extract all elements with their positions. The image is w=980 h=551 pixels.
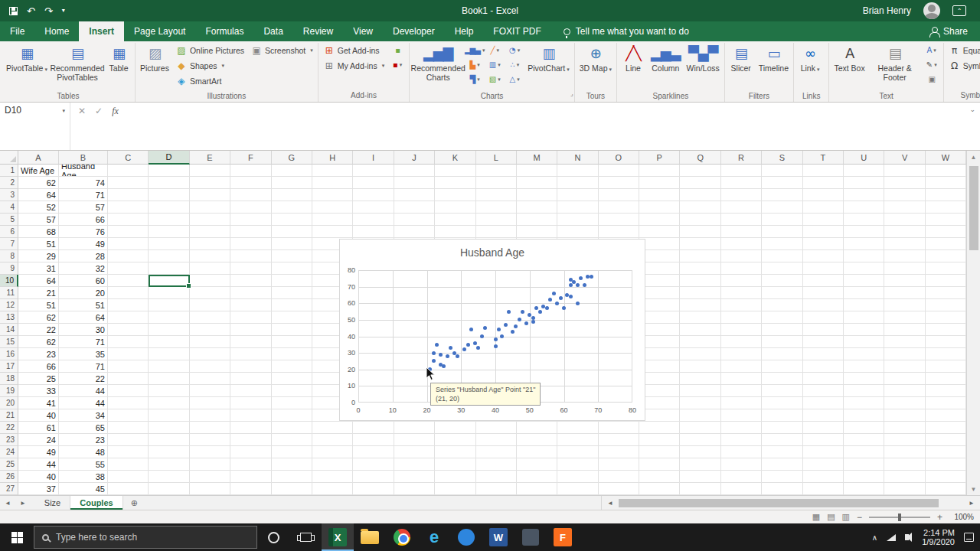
cell-G27[interactable] <box>272 483 312 495</box>
cell-F15[interactable] <box>230 336 271 348</box>
cell-D27[interactable] <box>149 483 189 495</box>
cell-W22[interactable] <box>926 422 966 434</box>
cell-I1[interactable] <box>353 165 394 177</box>
cell-B26[interactable]: 38 <box>59 471 108 483</box>
cell-U22[interactable] <box>844 422 884 434</box>
cell-Q23[interactable] <box>680 434 720 446</box>
cell-S11[interactable] <box>762 287 802 299</box>
cell-S7[interactable] <box>762 238 802 250</box>
row-header-4[interactable]: 4 <box>0 201 18 214</box>
cell-V8[interactable] <box>884 250 925 262</box>
cell-Q26[interactable] <box>680 471 720 483</box>
ribbon-tab-help[interactable]: Help <box>445 21 484 41</box>
cell-P23[interactable] <box>639 434 680 446</box>
cell-V25[interactable] <box>884 458 925 471</box>
ribbon-button-smartart[interactable]: ◈SmartArt <box>173 73 247 89</box>
cell-M3[interactable] <box>517 189 557 201</box>
column-header-t[interactable]: T <box>803 151 844 165</box>
cell-F12[interactable] <box>230 299 271 311</box>
undo-icon[interactable]: ↶ <box>27 6 35 16</box>
cell-S12[interactable] <box>762 299 802 311</box>
cell-Q14[interactable] <box>680 324 720 336</box>
cell-T20[interactable] <box>803 397 844 409</box>
row-header-25[interactable]: 25 <box>0 458 18 471</box>
action-center-icon[interactable] <box>964 533 974 542</box>
cell-A20[interactable]: 41 <box>18 397 59 409</box>
cell-F5[interactable] <box>230 214 271 226</box>
cell-I24[interactable] <box>353 446 394 458</box>
cell-O3[interactable] <box>599 189 639 201</box>
new-sheet-icon[interactable]: ⊕ <box>131 498 138 508</box>
cell-A13[interactable]: 62 <box>18 311 59 324</box>
cell-J26[interactable] <box>394 471 435 483</box>
cell-G19[interactable] <box>272 385 312 397</box>
cell-W13[interactable] <box>926 311 966 324</box>
cell-D4[interactable] <box>149 201 189 214</box>
vertical-scrollbar[interactable]: ▲ ▼ <box>966 151 980 495</box>
cell-N26[interactable] <box>557 471 598 483</box>
cell-M25[interactable] <box>517 458 557 471</box>
cell-R14[interactable] <box>721 324 762 336</box>
cell-B18[interactable]: 22 <box>59 373 108 385</box>
cell-V18[interactable] <box>884 373 925 385</box>
cell-B11[interactable]: 20 <box>59 287 108 299</box>
cell-P25[interactable] <box>639 458 680 471</box>
cell-D15[interactable] <box>149 336 189 348</box>
cell-W23[interactable] <box>926 434 966 446</box>
zoom-slider-thumb[interactable] <box>898 514 901 521</box>
cell-V11[interactable] <box>884 287 925 299</box>
cell-T13[interactable] <box>803 311 844 324</box>
cell-G12[interactable] <box>272 299 312 311</box>
cell-E26[interactable] <box>190 471 230 483</box>
cell-F20[interactable] <box>230 397 271 409</box>
column-header-u[interactable]: U <box>844 151 884 165</box>
scroll-left-icon[interactable]: ◄ <box>605 500 616 507</box>
cell-M22[interactable] <box>517 422 557 434</box>
cell-C4[interactable] <box>108 201 149 214</box>
cell-U26[interactable] <box>844 471 884 483</box>
cell-G2[interactable] <box>272 177 312 189</box>
cell-N2[interactable] <box>557 177 598 189</box>
ribbon-button-recommended-pivottables[interactable]: ▤Recommended PivotTables <box>51 43 103 90</box>
column-header-m[interactable]: M <box>517 151 557 165</box>
cell-D17[interactable] <box>149 360 189 373</box>
cell-J25[interactable] <box>394 458 435 471</box>
show-hidden-icons-icon[interactable]: ∧ <box>872 533 877 542</box>
row-header-12[interactable]: 12 <box>0 299 18 311</box>
cell-W17[interactable] <box>926 360 966 373</box>
cell-C1[interactable] <box>108 165 149 177</box>
cell-D2[interactable] <box>149 177 189 189</box>
taskbar-excel-button[interactable]: X <box>322 523 354 551</box>
cell-Q6[interactable] <box>680 226 720 238</box>
cell-G22[interactable] <box>272 422 312 434</box>
cell-D14[interactable] <box>149 324 189 336</box>
formula-input[interactable] <box>126 103 980 150</box>
ribbon-button-chart-line-icon[interactable]: ╱▾ <box>485 43 504 57</box>
cell-F18[interactable] <box>230 373 271 385</box>
cell-V21[interactable] <box>884 409 925 422</box>
cell-F17[interactable] <box>230 360 271 373</box>
cell-L2[interactable] <box>476 177 517 189</box>
taskbar-edge-button[interactable]: e <box>418 523 450 551</box>
horizontal-scroll-thumb[interactable] <box>619 499 939 507</box>
row-header-13[interactable]: 13 <box>0 311 18 324</box>
cell-H25[interactable] <box>312 458 353 471</box>
cell-W24[interactable] <box>926 446 966 458</box>
cell-V7[interactable] <box>884 238 925 250</box>
cell-Q2[interactable] <box>680 177 720 189</box>
cell-C26[interactable] <box>108 471 149 483</box>
cell-B16[interactable]: 35 <box>59 348 108 360</box>
cell-W9[interactable] <box>926 262 966 275</box>
cell-J2[interactable] <box>394 177 435 189</box>
ribbon-button-win-loss[interactable]: ▀▄▀Win/Loss <box>684 43 722 90</box>
cell-R13[interactable] <box>721 311 762 324</box>
ribbon-button-chart-statistic-icon[interactable]: ▥▾ <box>485 57 504 72</box>
cell-G14[interactable] <box>272 324 312 336</box>
cell-Q5[interactable] <box>680 214 720 226</box>
cell-E25[interactable] <box>190 458 230 471</box>
row-header-10[interactable]: 10 <box>0 275 18 287</box>
cell-T9[interactable] <box>803 262 844 275</box>
cell-Q17[interactable] <box>680 360 720 373</box>
cell-T16[interactable] <box>803 348 844 360</box>
sheet-tab-couples[interactable]: Couples <box>70 496 122 510</box>
